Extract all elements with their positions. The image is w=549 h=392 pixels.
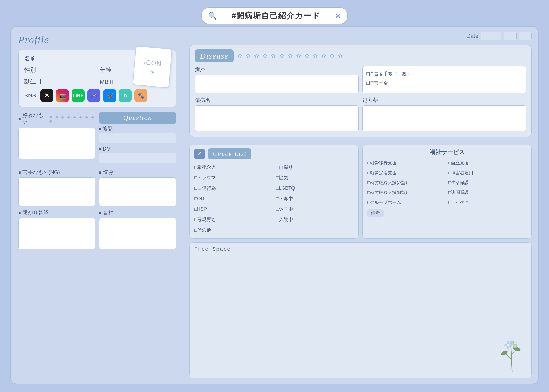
welfare-item-r1[interactable]: □自立支援 bbox=[448, 158, 527, 168]
likes-textbox[interactable] bbox=[18, 128, 95, 159]
disease-bottom-grid: 傷病名 処方薬 bbox=[195, 97, 526, 131]
welfare-item-5[interactable]: □グループホーム bbox=[367, 198, 446, 207]
gender-sub: 性別 bbox=[24, 66, 95, 74]
svg-point-12 bbox=[514, 341, 517, 343]
sns-row: SNS ✕ 📷 LINE 🎮 🦋 n 🐾 bbox=[24, 89, 170, 102]
check-item-r6[interactable]: □入院中 bbox=[276, 215, 354, 224]
sns-bluesky-icon[interactable]: 🦋 bbox=[103, 89, 116, 102]
svg-point-9 bbox=[511, 338, 513, 340]
welfare-item-r3[interactable]: □生活保護 bbox=[448, 178, 527, 187]
illness-textbox[interactable] bbox=[195, 105, 359, 131]
welfare-item-r5[interactable]: □デイケア bbox=[448, 198, 527, 207]
disease-header: Disease ✿ ✿ ✿ ✿ ✿ ✿ ✿ ✿ ✿ ✿ ✿ ✿ ✿ bbox=[195, 49, 526, 62]
check-item-1[interactable]: □希死念慮 bbox=[194, 163, 272, 172]
question-badge: Question bbox=[99, 112, 176, 124]
lower-left: 好きなもの ◆ ◆ ◆ ◆ ◆ ◆ ◆ ◆ ◆ Question 通話 DM bbox=[18, 112, 176, 378]
welfare-item-3[interactable]: □就労継続支援(A型) bbox=[367, 178, 446, 187]
mid-divider bbox=[189, 141, 532, 141]
sns-label: SNS bbox=[24, 92, 36, 99]
sns-discord-icon[interactable]: 🎮 bbox=[87, 89, 100, 102]
check-welfare-row: ✓ Check List □希死念慮 □自撮り □トラウマ □惚気 □自傷行為 … bbox=[189, 145, 532, 239]
worries-label: 悩み bbox=[103, 169, 114, 176]
prescription-field: 処方薬 bbox=[362, 97, 526, 131]
likes-section: 好きなもの ◆ ◆ ◆ ◆ ◆ ◆ ◆ ◆ ◆ bbox=[18, 112, 95, 159]
check-header: ✓ Check List bbox=[194, 148, 354, 159]
likes-header: 好きなもの ◆ ◆ ◆ ◆ ◆ ◆ ◆ ◆ ◆ bbox=[18, 112, 95, 126]
dislikes-worries-row: 苦手なもの(NG) 悩み bbox=[18, 169, 176, 206]
sns-paw-icon[interactable]: 🐾 bbox=[134, 89, 147, 102]
history-textbox[interactable] bbox=[195, 75, 359, 93]
welfare-item-4[interactable]: □就労継続支援(B型) bbox=[367, 188, 446, 197]
check-item-r4[interactable]: □休職中 bbox=[276, 194, 354, 203]
check-item-7[interactable]: □その他 bbox=[194, 225, 272, 235]
goals-label: 目標 bbox=[103, 209, 114, 216]
goals-header: 目標 bbox=[99, 209, 176, 216]
flower-decoration bbox=[496, 335, 528, 376]
welfare-item-r2[interactable]: □障害者雇用 bbox=[448, 168, 527, 178]
connection-header: 繋がり希望 bbox=[18, 209, 95, 216]
welfare-item-1[interactable]: □就労移行支援 bbox=[367, 158, 446, 168]
date-month-input[interactable] bbox=[504, 32, 517, 40]
check-icon: ✓ bbox=[194, 149, 205, 159]
disability-cb2[interactable]: □障害年金 bbox=[366, 78, 522, 88]
sns-note-icon[interactable]: n bbox=[119, 89, 132, 102]
icon-placeholder-text: ICON bbox=[144, 59, 162, 67]
check-item-r1[interactable]: □自撮り bbox=[276, 163, 354, 172]
disability-checkboxes: □障害者手帳（ 級） □障害年金 bbox=[362, 66, 526, 93]
disease-section: Disease ✿ ✿ ✿ ✿ ✿ ✿ ✿ ✿ ✿ ✿ ✿ ✿ ✿ 病歴 □障害… bbox=[189, 45, 532, 137]
connection-textbox[interactable] bbox=[18, 218, 95, 249]
dislikes-header: 苦手なもの(NG) bbox=[18, 169, 95, 176]
connection-goals-row: 繋がり希望 目標 bbox=[18, 209, 176, 249]
date-year-input[interactable] bbox=[481, 32, 501, 40]
history-label: 病歴 bbox=[195, 66, 359, 73]
illness-label: 傷病名 bbox=[195, 97, 359, 104]
close-icon[interactable]: ✕ bbox=[335, 11, 341, 20]
check-title: Check List bbox=[208, 148, 251, 159]
dislikes-label: 苦手なもの(NG) bbox=[22, 169, 60, 176]
call-input[interactable] bbox=[99, 133, 176, 143]
disease-top-grid: 病歴 □障害者手帳（ 級） □障害年金 bbox=[195, 66, 526, 93]
sns-x-icon[interactable]: ✕ bbox=[40, 89, 53, 102]
check-items-grid: □希死念慮 □自撮り □トラウマ □惚気 □自傷行為 □LGBTQ □OD □休… bbox=[194, 163, 354, 235]
welfare-item-r4[interactable]: □訪問看護 bbox=[448, 188, 527, 197]
worries-textbox[interactable] bbox=[99, 177, 176, 206]
connection-label: 繋がり希望 bbox=[22, 209, 49, 216]
welfare-title: 福祉サービス bbox=[367, 148, 527, 156]
svg-point-10 bbox=[511, 342, 513, 344]
check-item-r3[interactable]: □LGBTQ bbox=[276, 183, 354, 193]
worries-section: 悩み bbox=[99, 169, 176, 206]
prescription-textbox[interactable] bbox=[362, 105, 526, 131]
check-item-6[interactable]: □毒親育ち bbox=[194, 215, 272, 224]
left-panel: Profile 名前 性別 年齢 誕生 bbox=[11, 27, 184, 384]
goals-textbox[interactable] bbox=[99, 218, 176, 249]
birthday-line bbox=[47, 79, 95, 85]
svg-point-18 bbox=[507, 344, 510, 347]
svg-point-13 bbox=[514, 345, 516, 347]
prescription-label: 処方薬 bbox=[362, 97, 526, 104]
disability-cb1[interactable]: □障害者手帳（ 級） bbox=[366, 69, 522, 78]
icon-at-text: @ bbox=[149, 69, 155, 75]
question-section: Question 通話 DM bbox=[99, 112, 176, 166]
check-item-4[interactable]: □OD bbox=[194, 194, 272, 203]
free-space-area[interactable] bbox=[194, 254, 527, 275]
dm-input[interactable] bbox=[99, 153, 176, 163]
checklist-section: ✓ Check List □希死念慮 □自撮り □トラウマ □惚気 □自傷行為 … bbox=[189, 145, 359, 239]
check-item-2[interactable]: □トラウマ bbox=[194, 173, 272, 182]
check-item-5[interactable]: □HSP bbox=[194, 204, 272, 214]
date-row: Date bbox=[189, 32, 532, 40]
goals-section: 目標 bbox=[99, 209, 176, 249]
check-item-r2[interactable]: □惚気 bbox=[276, 173, 354, 182]
welfare-items-grid: □就労移行支援 □自立支援 □就労定着支援 □障害者雇用 □就労継続支援(A型)… bbox=[367, 158, 527, 207]
check-item-3[interactable]: □自傷行為 bbox=[194, 183, 272, 193]
call-label: 通話 bbox=[99, 125, 176, 132]
dislikes-textbox[interactable] bbox=[18, 177, 95, 206]
date-day-input[interactable] bbox=[519, 32, 532, 40]
sns-line-icon[interactable]: LINE bbox=[72, 89, 85, 102]
search-icon: 🔍 bbox=[208, 11, 217, 20]
dm-label: DM bbox=[99, 146, 176, 152]
sns-instagram-icon[interactable]: 📷 bbox=[56, 89, 69, 102]
main-card: Profile 名前 性別 年齢 誕生 bbox=[10, 26, 539, 384]
likes-label: 好きなもの bbox=[22, 112, 46, 126]
check-item-r5[interactable]: □休学中 bbox=[276, 204, 354, 214]
welfare-item-2[interactable]: □就労定着支援 bbox=[367, 168, 446, 178]
